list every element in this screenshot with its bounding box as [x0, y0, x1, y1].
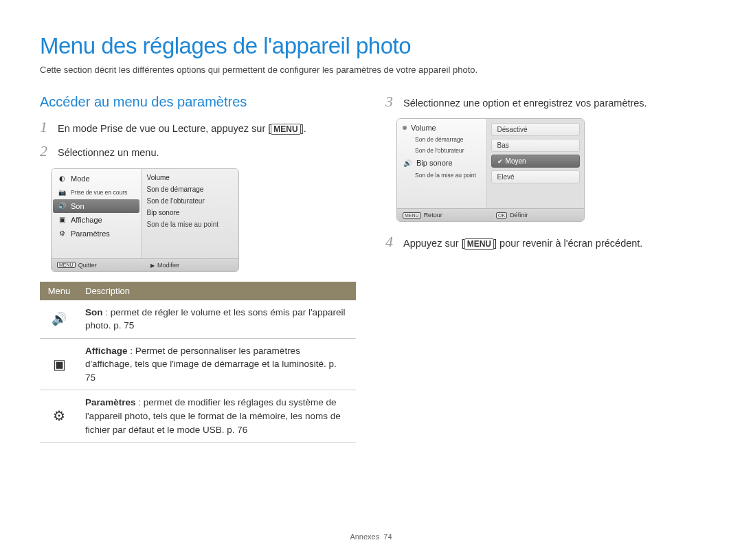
lcd2-opt-3: ✔Moyen	[491, 155, 580, 168]
step-text: Appuyez sur [MENU] pour revenir à l'écra…	[403, 234, 642, 250]
table-cell: Paramètres : permet de modifier les régl…	[78, 390, 356, 443]
step-text: Sélectionnez une option et enregistrez v…	[403, 94, 647, 110]
lcd1-settings-label: Paramètres	[71, 229, 110, 238]
page-footer: Annexes 74	[0, 533, 742, 541]
menu-key: MENU	[464, 238, 494, 249]
ok-key-icon: OK	[496, 212, 507, 219]
lcd2-r4: Bip sonore	[398, 156, 485, 170]
sound-icon	[57, 201, 67, 211]
lcd1-display-label: Affichage	[71, 216, 102, 224]
lcd2-r1-label: Volume	[411, 124, 436, 132]
footer-label: Annexes	[350, 533, 379, 541]
lcd1-item-shoot: Prise de vue en cours	[53, 186, 139, 199]
gear-icon	[53, 410, 65, 423]
lcd2-r5: Son de la mise au point	[398, 170, 485, 181]
page-subtitle: Cette section décrit les différentes opt…	[40, 65, 702, 75]
table-row: Affichage : Permet de personnaliser les …	[40, 338, 356, 390]
step-number: 2	[40, 144, 51, 159]
gear-icon-cell	[40, 390, 78, 443]
columns: Accéder au menu des paramètres 1 En mode…	[40, 94, 702, 443]
step-2: 2 Sélectionnez un menu.	[40, 144, 357, 159]
lcd1-item-settings: Paramètres	[53, 227, 139, 240]
step-1-pre: En mode Prise de vue ou Lecture, appuyez…	[58, 123, 271, 134]
lcd2-opt-4: Elevé	[491, 170, 580, 183]
lcd2-foot-left: Retour	[424, 212, 442, 219]
step-1-post: ].	[301, 123, 306, 134]
step-4-pre: Appuyez sur [	[403, 238, 464, 249]
lcd1-r3: Son de l'obturateur	[146, 195, 234, 207]
speaker-icon	[52, 312, 67, 326]
step-text: En mode Prise de vue ou Lecture, appuyez…	[58, 120, 306, 135]
display-icon	[53, 358, 66, 372]
lcd2-right-panel: Désactivé Bas ✔Moyen Elevé	[487, 119, 584, 208]
description-table: Menu Description Son : permet de régler …	[40, 282, 356, 443]
lcd1-sound-label: Son	[71, 202, 85, 210]
lcd1-mode-label: Mode	[71, 175, 90, 183]
lcd2-left-panel: Volume Son de démarrage Son de l'obturat…	[397, 119, 487, 208]
lcd1-left-panel: Mode Prise de vue en cours Son Affichage…	[52, 169, 142, 258]
menu-key-icon: MENU	[57, 262, 76, 268]
camera-icon	[57, 188, 67, 197]
step-number: 1	[40, 120, 51, 135]
lcd1-right-panel: Volume Son de démarrage Son de l'obturat…	[142, 169, 238, 258]
lcd2-r3: Son de l'obturateur	[398, 145, 485, 156]
lcd2-r2-label: Son de démarrage	[415, 136, 463, 143]
table-bold: Paramètres	[85, 397, 136, 407]
lcd2-r2: Son de démarrage	[398, 134, 485, 145]
lcd1-item-mode: Mode	[53, 172, 139, 186]
table-header-menu: Menu	[40, 282, 78, 300]
section-title: Accéder au menu des paramètres	[40, 94, 357, 110]
gear-icon	[57, 229, 67, 238]
table-row: Paramètres : permet de modifier les régl…	[40, 390, 356, 443]
display-icon-cell	[40, 338, 78, 390]
lcd1-r5: Son de la mise au point	[146, 219, 234, 230]
table-row: Son : permet de régler le volume et les …	[40, 300, 356, 339]
menu-key-icon: MENU	[403, 212, 421, 219]
lcd2-opt-2: Bas	[491, 139, 580, 152]
step-number: 3	[385, 94, 396, 109]
arrow-right-icon	[150, 262, 155, 269]
lcd1-r4: Bip sonore	[146, 207, 234, 219]
lcd2-footer: MENURetour OKDéfinir	[397, 208, 584, 221]
lcd1-item-sound: Son	[53, 199, 139, 213]
sound-icon-cell	[40, 300, 78, 339]
lcd2-opt-1: Désactivé	[491, 123, 580, 136]
menu-key: MENU	[271, 124, 300, 135]
lcd1-foot-right: Modifier	[157, 262, 179, 269]
step-text: Sélectionnez un menu.	[58, 144, 159, 159]
page-title: Menu des réglages de l'appareil photo	[40, 33, 702, 59]
right-column: 3 Sélectionnez une option et enregistrez…	[385, 94, 702, 443]
step-1: 1 En mode Prise de vue ou Lecture, appuy…	[40, 120, 357, 135]
table-bold: Affichage	[85, 346, 128, 356]
lcd-screenshot-1: Mode Prise de vue en cours Son Affichage…	[51, 168, 239, 272]
step-4: 4 Appuyez sur [MENU] pour revenir à l'éc…	[385, 234, 702, 250]
lcd2-opt-3-label: Moyen	[506, 157, 526, 165]
table-cell: Son : permet de régler le volume et les …	[78, 300, 356, 339]
step-3: 3 Sélectionnez une option et enregistrez…	[385, 94, 702, 110]
table-bold: Son	[85, 307, 103, 317]
step-4-post: ] pour revenir à l'écran précédent.	[494, 238, 642, 249]
step-number: 4	[385, 234, 396, 249]
table-header-description: Description	[78, 282, 356, 300]
sound-icon	[403, 158, 412, 168]
display-icon	[57, 215, 67, 225]
lcd2-r1: Volume	[398, 122, 485, 134]
table-cell: Affichage : Permet de personnaliser les …	[78, 338, 356, 390]
lcd1-foot-left: Quitter	[78, 262, 97, 269]
lcd1-r1: Volume	[146, 172, 234, 183]
lcd1-item-display: Affichage	[53, 213, 139, 227]
lcd-screenshot-2: Volume Son de démarrage Son de l'obturat…	[396, 118, 585, 222]
bullet-icon	[403, 126, 407, 130]
check-icon: ✔	[497, 158, 503, 165]
lcd2-r4-label: Bip sonore	[416, 159, 453, 167]
lcd1-footer: MENUQuitter Modifier	[52, 258, 238, 271]
lcd1-shoot-label: Prise de vue en cours	[71, 189, 127, 196]
lcd2-foot-right: Définir	[510, 212, 528, 219]
mode-icon	[57, 174, 67, 183]
footer-page-number: 74	[383, 533, 392, 541]
lcd2-r3-label: Son de l'obturateur	[415, 147, 464, 154]
lcd1-r2: Son de démarrage	[146, 183, 234, 195]
lcd2-r5-label: Son de la mise au point	[415, 172, 476, 179]
table-text: : permet de régler le volume et les sons…	[85, 307, 346, 331]
left-column: Accéder au menu des paramètres 1 En mode…	[40, 94, 357, 443]
